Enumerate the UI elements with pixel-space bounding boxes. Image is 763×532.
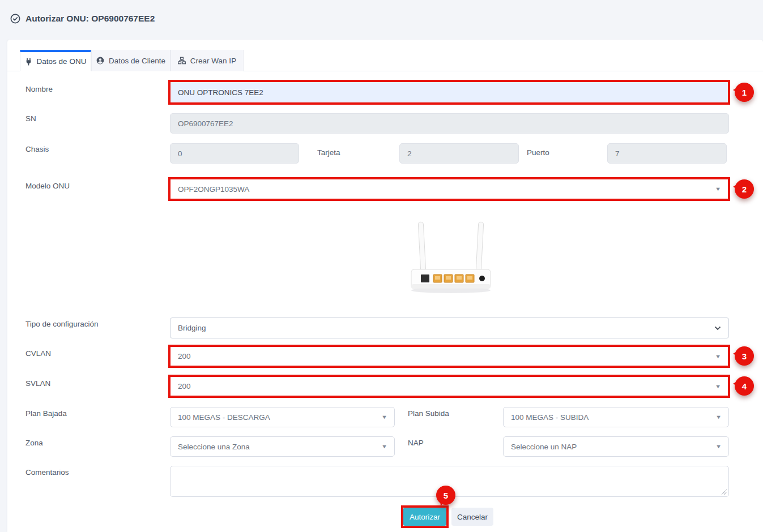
sn-label: SN <box>25 114 36 123</box>
user-circle-icon <box>96 57 104 65</box>
annotation-box-2: OPF2ONGP1035WA ▼ <box>168 177 730 201</box>
step-badge-1: 1 <box>735 83 754 102</box>
step-badge-3: 3 <box>735 346 754 366</box>
cancelar-button[interactable]: Cancelar <box>451 508 493 526</box>
tipo-configuracion-value: Bridging <box>178 324 206 332</box>
chasis-label: Chasis <box>25 145 49 153</box>
annotation-box-3: 200 ▼ <box>168 345 730 368</box>
cvlan-select[interactable]: 200 ▼ <box>170 347 728 366</box>
zona-label: Zona <box>25 439 43 447</box>
step-badge-5: 5 <box>436 486 455 505</box>
svlan-value: 200 <box>178 382 191 391</box>
sitemap-icon <box>178 57 186 65</box>
cvlan-value: 200 <box>178 352 191 361</box>
plan-bajada-value: 100 MEGAS - DESCARGA <box>178 413 270 422</box>
plan-bajada-select[interactable]: 100 MEGAS - DESCARGA ▼ <box>170 407 395 427</box>
caret-down-icon: ▼ <box>715 186 721 192</box>
plan-bajada-label: Plan Bajada <box>25 409 67 418</box>
modelo-onu-value: OPF2ONGP1035WA <box>178 185 249 194</box>
onu-router-image <box>402 221 500 295</box>
step-badge-2: 2 <box>735 179 754 199</box>
tarjeta-input <box>399 143 519 164</box>
plan-subida-select[interactable]: 100 MEGAS - SUBIDA ▼ <box>503 407 729 427</box>
nap-label: NAP <box>408 439 424 447</box>
sn-input <box>170 113 729 134</box>
caret-down-icon: ▼ <box>381 444 387 449</box>
caret-down-icon: ▼ <box>715 414 722 420</box>
puerto-label: Puerto <box>527 148 549 157</box>
page-title: Autorizar ONU: OP6900767EE2 <box>10 14 155 24</box>
modelo-onu-select[interactable]: OPF2ONGP1035WA ▼ <box>170 179 728 199</box>
zona-select[interactable]: Seleccione una Zona ▼ <box>170 436 395 457</box>
annotation-box-1 <box>168 80 730 105</box>
tipo-configuracion-select[interactable]: Bridging <box>170 318 729 338</box>
page-title-text: Autorizar ONU: OP6900767EE2 <box>25 14 155 24</box>
caret-down-icon: ▼ <box>715 444 722 449</box>
puerto-input <box>607 143 727 164</box>
caret-down-icon: ▼ <box>715 384 721 389</box>
chasis-input <box>170 143 299 164</box>
check-circle-icon <box>10 14 20 24</box>
caret-down-icon: ▼ <box>381 414 387 420</box>
chevron-down-icon <box>714 326 721 331</box>
nap-select[interactable]: Seleccione un NAP ▼ <box>503 436 729 457</box>
svlan-select[interactable]: 200 ▼ <box>170 377 728 396</box>
zona-placeholder: Seleccione una Zona <box>178 443 250 451</box>
step-badge-4: 4 <box>735 376 754 396</box>
plan-subida-label: Plan Subida <box>408 409 449 418</box>
cvlan-label: CVLAN <box>25 349 51 358</box>
plug-icon <box>25 58 32 66</box>
caret-down-icon: ▼ <box>715 354 721 359</box>
nombre-label: Nombre <box>25 85 53 93</box>
modelo-onu-label: Modelo ONU <box>25 182 70 190</box>
tab-label: Crear Wan IP <box>190 57 236 65</box>
tarjeta-label: Tarjeta <box>317 148 340 157</box>
svlan-label: SVLAN <box>25 379 50 388</box>
tipo-configuracion-label: Tipo de configuración <box>25 320 99 328</box>
autorizar-button[interactable]: Autorizar <box>403 508 446 526</box>
annotation-box-4: 200 ▼ <box>168 375 730 398</box>
tab-crear-wan-ip[interactable]: Crear Wan IP <box>170 50 244 71</box>
tab-datos-de-cliente[interactable]: Datos de Cliente <box>91 50 170 71</box>
nombre-input[interactable] <box>170 82 728 102</box>
nap-placeholder: Seleccione un NAP <box>511 443 577 451</box>
plan-subida-value: 100 MEGAS - SUBIDA <box>511 413 589 422</box>
tab-datos-de-onu[interactable]: Datos de ONU <box>20 50 91 71</box>
tab-label: Datos de ONU <box>37 57 87 66</box>
comentarios-label: Comentarios <box>25 468 69 477</box>
tab-label: Datos de Cliente <box>109 57 165 65</box>
